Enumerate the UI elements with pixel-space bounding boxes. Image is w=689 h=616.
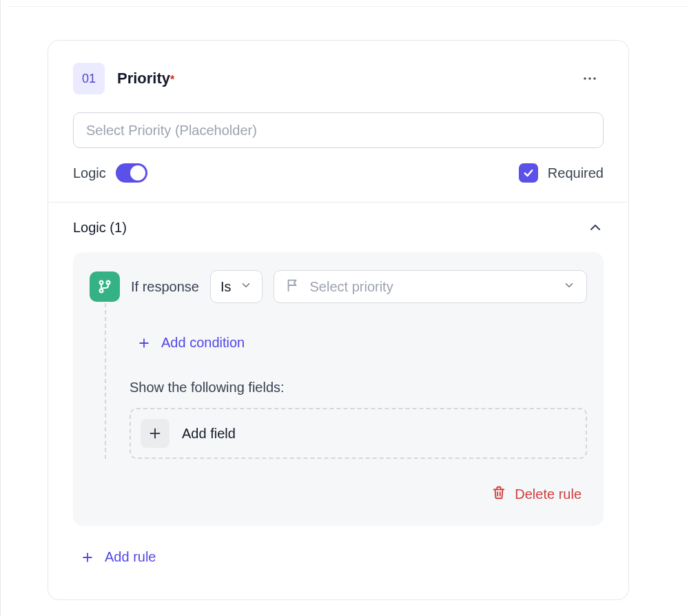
logic-header-text: Logic (1) — [73, 220, 127, 236]
required-label: Required — [548, 165, 604, 181]
field-header-row: 01 Priority* — [73, 63, 604, 94]
operator-select[interactable]: Is — [210, 270, 263, 303]
delete-rule-label: Delete rule — [515, 486, 582, 502]
value-placeholder: Select priority — [310, 279, 553, 295]
add-field-plus-badge — [141, 419, 169, 448]
field-title-wrap: Priority* — [117, 70, 174, 88]
toggle-knob — [130, 165, 145, 181]
add-field-label: Add field — [182, 426, 236, 442]
rule-icon-badge — [90, 271, 120, 302]
add-rule-button[interactable]: Add rule — [73, 544, 163, 571]
plus-icon — [136, 336, 152, 351]
value-select[interactable]: Select priority — [274, 270, 587, 303]
svg-point-0 — [584, 77, 586, 80]
field-card: 01 Priority* Select Priority (Placeholde… — [48, 40, 629, 600]
add-field-button[interactable]: Add field — [130, 408, 587, 459]
rule-card: If response Is — [73, 252, 604, 526]
plus-icon — [147, 426, 163, 441]
show-fields-label: Show the following fields: — [130, 380, 587, 396]
branch-icon — [96, 278, 113, 295]
add-condition-label: Add condition — [161, 335, 245, 351]
logic-section-header[interactable]: Logic (1) — [73, 219, 604, 236]
more-horizontal-icon — [582, 70, 598, 87]
priority-select-input[interactable]: Select Priority (Placeholder) — [73, 112, 604, 148]
required-asterisk: * — [170, 74, 174, 85]
check-icon — [522, 167, 535, 179]
svg-point-1 — [588, 77, 591, 80]
field-number: 01 — [82, 72, 96, 86]
more-button[interactable] — [576, 65, 604, 92]
chevron-up-icon — [587, 219, 604, 236]
logic-toggle[interactable] — [116, 163, 147, 183]
if-response-label: If response — [131, 279, 199, 295]
priority-placeholder: Select Priority (Placeholder) — [86, 123, 257, 138]
required-checkbox[interactable] — [519, 163, 538, 183]
add-rule-label: Add rule — [105, 549, 156, 565]
add-condition-button[interactable]: Add condition — [130, 329, 587, 356]
flag-icon — [285, 278, 300, 296]
operator-value: Is — [220, 279, 232, 295]
svg-point-2 — [593, 77, 596, 80]
delete-rule-button[interactable]: Delete rule — [486, 481, 587, 508]
field-title: Priority — [117, 70, 170, 87]
plus-icon — [80, 550, 95, 565]
chevron-down-icon — [563, 279, 575, 295]
logic-toggle-label: Logic — [73, 165, 106, 181]
trash-icon — [491, 485, 506, 504]
chevron-down-icon — [240, 279, 252, 295]
field-number-badge: 01 — [73, 63, 105, 94]
